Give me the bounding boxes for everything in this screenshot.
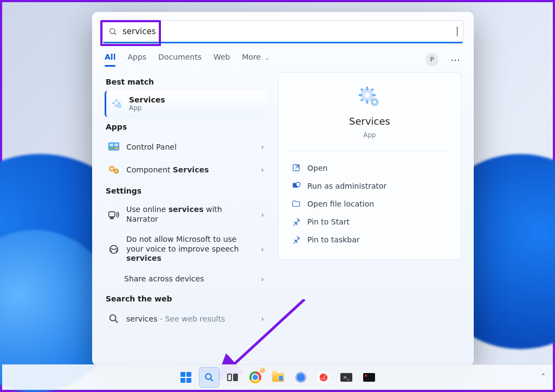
svg-rect-26 <box>366 87 369 90</box>
app-icon <box>363 373 375 382</box>
result-voice-speech-services[interactable]: Do not allow Microsoft to use your voice… <box>105 229 267 269</box>
tab-more[interactable]: More ⌄ <box>242 53 269 67</box>
result-label: Do not allow Microsoft to use your voice… <box>126 235 254 264</box>
result-web-search[interactable]: services - See web results › <box>105 307 267 330</box>
folder-icon <box>272 373 284 382</box>
action-run-as-admin[interactable]: Run as administrator <box>289 177 450 195</box>
task-view-icon <box>227 374 238 381</box>
chevron-right-icon: › <box>261 275 264 284</box>
section-apps: Apps <box>106 123 267 131</box>
profile-avatar[interactable]: P <box>425 53 438 66</box>
svg-rect-5 <box>116 105 117 107</box>
svg-rect-27 <box>366 100 369 104</box>
start-search-panel: services All Apps Documents Web More ⌄ P… <box>92 12 474 365</box>
result-label: Use online services with Narrator <box>126 205 254 224</box>
action-open[interactable]: Open <box>289 159 450 177</box>
filter-tabs: All Apps Documents Web More ⌄ P ⋯ <box>93 43 473 67</box>
taskbar-terminal-button[interactable]: >_ <box>337 368 356 387</box>
chevron-right-icon: › <box>261 143 264 151</box>
svg-rect-13 <box>109 147 113 150</box>
svg-point-9 <box>119 105 120 107</box>
folder-icon <box>292 199 301 208</box>
results-column: Best match Services App Apps Control P <box>105 72 267 330</box>
windows-logo-icon <box>180 372 191 383</box>
tab-apps[interactable]: Apps <box>127 53 146 67</box>
svg-rect-19 <box>109 211 115 216</box>
search-icon <box>108 27 117 36</box>
svg-point-0 <box>110 29 115 34</box>
result-narrator-online-services[interactable]: Use online services with Narrator › <box>105 200 267 229</box>
result-share-across-devices[interactable]: Share across devices › <box>121 269 267 290</box>
taskbar-app-button[interactable] <box>359 368 379 387</box>
terminal-icon: >_ <box>340 373 352 382</box>
services-gear-icon <box>112 98 124 110</box>
svg-point-35 <box>373 101 376 104</box>
search-field[interactable]: services <box>102 20 463 43</box>
chevron-right-icon: › <box>261 210 264 219</box>
section-best-match: Best match <box>106 78 267 86</box>
pin-icon <box>292 217 301 226</box>
action-pin-to-start[interactable]: Pin to Start <box>289 213 450 230</box>
open-icon <box>292 163 301 172</box>
tab-documents[interactable]: Documents <box>158 53 202 67</box>
taskbar-steam-button[interactable] <box>314 368 333 387</box>
svg-line-23 <box>115 320 118 323</box>
svg-rect-12 <box>114 144 118 147</box>
narrator-icon <box>108 209 120 221</box>
chevron-right-icon: › <box>261 314 264 323</box>
taskbar-start-button[interactable] <box>176 368 196 387</box>
profile-badge-icon <box>260 368 265 373</box>
action-open-file-location[interactable]: Open file location <box>289 195 450 213</box>
svg-point-18 <box>115 170 117 172</box>
chevron-right-icon: › <box>261 245 264 254</box>
svg-rect-6 <box>112 102 114 104</box>
taskbar-file-explorer-button[interactable] <box>268 368 288 387</box>
result-control-panel[interactable]: Control Panel › <box>105 136 267 158</box>
svg-rect-28 <box>359 94 362 97</box>
svg-point-3 <box>115 102 118 105</box>
result-label: Control Panel <box>126 143 254 152</box>
shield-admin-icon <box>292 181 301 190</box>
action-pin-to-taskbar[interactable]: Pin to taskbar <box>289 230 450 248</box>
taskbar-settings-button[interactable] <box>291 368 311 387</box>
svg-rect-7 <box>119 102 120 104</box>
services-gear-icon <box>358 86 382 111</box>
result-label: services - See web results <box>126 314 254 324</box>
section-settings: Settings <box>106 187 267 195</box>
search-input-text[interactable]: services <box>122 27 458 36</box>
steam-icon <box>318 371 330 383</box>
taskbar-task-view-button[interactable] <box>223 368 242 387</box>
best-match-result[interactable]: Services App <box>105 91 267 117</box>
svg-line-40 <box>211 379 213 381</box>
best-match-subtitle: App <box>129 104 165 112</box>
svg-rect-29 <box>372 94 376 97</box>
svg-rect-4 <box>116 99 117 101</box>
result-detail-pane: Services App Open Run as administrator O… <box>278 72 461 260</box>
taskbar-overflow-chevron[interactable]: ˄ <box>541 372 545 381</box>
detail-title: Services <box>349 115 390 127</box>
svg-line-1 <box>114 33 116 35</box>
tab-web[interactable]: Web <box>214 53 230 67</box>
taskbar-chrome-button[interactable] <box>246 368 265 387</box>
svg-rect-11 <box>109 144 113 147</box>
chevron-right-icon: › <box>261 165 264 174</box>
chevron-down-icon: ⌄ <box>265 54 270 61</box>
svg-point-16 <box>111 168 113 170</box>
svg-point-39 <box>205 374 211 380</box>
taskbar: >_ ˄ <box>2 364 553 390</box>
best-match-title: Services <box>129 96 165 104</box>
result-label: Share across devices <box>124 274 254 284</box>
voice-privacy-icon <box>108 243 120 255</box>
control-panel-icon <box>108 141 120 153</box>
tab-all[interactable]: All <box>105 53 115 67</box>
pin-icon <box>292 235 301 244</box>
search-icon <box>108 313 120 325</box>
svg-rect-20 <box>111 217 114 219</box>
more-options-button[interactable]: ⋯ <box>450 54 461 66</box>
text-caret <box>457 27 457 36</box>
svg-point-25 <box>365 93 370 98</box>
taskbar-search-button[interactable] <box>199 367 220 388</box>
svg-point-22 <box>110 315 116 321</box>
svg-rect-14 <box>114 147 118 150</box>
result-component-services[interactable]: Component Services › <box>105 158 267 181</box>
